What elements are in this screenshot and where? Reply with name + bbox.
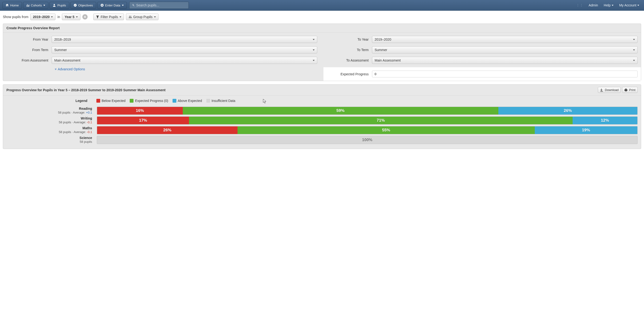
chart-subject: Maths [6, 126, 92, 130]
chart-subject: Science [6, 136, 92, 140]
search-input[interactable] [136, 3, 186, 7]
advanced-options-link[interactable]: Advanced Options [55, 67, 85, 71]
bar-segment[interactable]: 12% [572, 117, 637, 124]
to-term-label: To Term [327, 48, 372, 52]
chart-row: Maths58 pupils · Average: -0.126%55%19% [6, 126, 638, 134]
stacked-bar: 17%71%12% [97, 116, 638, 125]
stacked-bar: 100% [97, 136, 638, 144]
group-pupils-button[interactable]: Group Pupils [126, 13, 158, 20]
download-label: Download [605, 88, 618, 92]
cohorts-nav-button[interactable]: Cohorts [23, 2, 48, 9]
group-label: Group Pupils [133, 15, 152, 19]
double-chevron-down-icon [55, 67, 57, 71]
chart-row: Science58 pupils100% [6, 136, 638, 144]
bar-segment[interactable]: 100% [97, 136, 637, 144]
in-label: in [57, 15, 60, 19]
year-group-select[interactable]: Year 5 [62, 13, 80, 20]
report-title: Progress Overview for Pupils in Year 5 –… [6, 88, 166, 92]
grip-icon: ⋮⋮ [574, 3, 585, 7]
swatch-green [130, 99, 134, 103]
chevron-down-icon [313, 49, 314, 51]
search-wrapper[interactable] [129, 2, 189, 9]
home-label: Home [10, 3, 19, 7]
clear-year-button[interactable] [82, 14, 88, 19]
admin-link[interactable]: Admin [586, 1, 600, 9]
bar-segment[interactable]: 55% [238, 126, 535, 134]
chart-subject: Writing [6, 116, 92, 121]
report-panel: Progress Overview for Pupils in Year 5 –… [3, 84, 641, 149]
advanced-label: Advanced Options [58, 67, 85, 71]
swatch-blue [172, 99, 176, 103]
to-year-value: 2019–2020 [374, 37, 391, 41]
to-term-select[interactable]: Summer [372, 46, 638, 53]
legend: Legend Below Expected Expected Progress … [6, 99, 638, 103]
chart-average-value: -0.1 [87, 121, 92, 124]
bar-segment[interactable]: 26% [97, 126, 238, 134]
chart-row: Reading58 pupils · Average: +0.116%59%26… [6, 106, 638, 115]
from-year-label: From Year [6, 37, 52, 41]
account-link[interactable]: My Account [617, 1, 642, 9]
print-button[interactable]: Print [622, 87, 638, 93]
users-icon [128, 15, 132, 18]
chart-row-label: Science58 pupils [6, 136, 97, 144]
chevron-down-icon [122, 5, 124, 6]
legend-insufficient: Insufficient Data [206, 99, 235, 103]
from-year-select[interactable]: 2018–2019 [52, 36, 317, 43]
legend-title: Legend [6, 99, 92, 103]
to-assessment-value: Main Assessment [374, 58, 401, 62]
home-nav-button[interactable]: Home [2, 2, 22, 9]
legend-expected: Expected Progress (0) [130, 99, 168, 103]
expected-progress-label: Expected Progress [327, 72, 372, 76]
chart-row-label: Maths58 pupils · Average: -0.1 [6, 126, 97, 134]
show-from-label: Show pupils from [3, 15, 28, 19]
stacked-bar: 16%59%26% [97, 107, 638, 115]
help-link[interactable]: Help [602, 1, 616, 9]
chart-subtext: 58 pupils · Average: +0.1 [6, 111, 92, 115]
chart-row: Writing58 pupils · Average: -0.117%71%12… [6, 116, 638, 125]
filter-label: Filter Pupils [101, 15, 118, 19]
bar-segment[interactable]: 19% [535, 126, 637, 134]
bar-segment[interactable]: 59% [183, 107, 498, 115]
chevron-down-icon [633, 39, 635, 40]
home-icon [6, 3, 9, 7]
legend-above-label: Above Expected [178, 99, 202, 103]
cohorts-label: Cohorts [31, 3, 42, 7]
from-assessment-select[interactable]: Main Assessment [52, 57, 317, 64]
bar-segment[interactable]: 16% [97, 107, 183, 115]
chevron-down-icon [612, 5, 614, 6]
chart-average-value: +0.1 [86, 111, 92, 114]
year-range-select[interactable]: 2019–2020 [30, 13, 56, 20]
expected-progress-highlight: Expected Progress [324, 67, 641, 81]
bar-segment[interactable]: 17% [97, 117, 189, 124]
chart-average-value: -0.1 [87, 130, 92, 134]
chart-subtext: 58 pupils · Average: -0.1 [6, 130, 92, 134]
from-term-select[interactable]: Summer [52, 46, 317, 53]
expected-progress-input[interactable] [372, 71, 638, 77]
from-term-label: From Term [6, 48, 52, 52]
stacked-bar: 26%55%19% [97, 126, 638, 134]
chevron-down-icon [43, 5, 45, 6]
filter-pupils-button[interactable]: Filter Pupils [93, 13, 124, 20]
chevron-down-icon [76, 16, 78, 17]
to-year-select[interactable]: 2019–2020 [372, 36, 638, 43]
chevron-down-icon [633, 49, 635, 51]
bar-segment[interactable]: 71% [189, 117, 572, 124]
download-button[interactable]: Download [598, 87, 621, 93]
create-report-panel: Create Progress Overview Report From Yea… [3, 23, 641, 81]
objectives-nav-button[interactable]: Objectives [70, 2, 96, 9]
pupils-nav-button[interactable]: Pupils [50, 2, 69, 9]
legend-above: Above Expected [172, 99, 202, 103]
year-group-value: Year 5 [64, 15, 74, 19]
to-assessment-select[interactable]: Main Assessment [372, 57, 638, 64]
chart-subject: Reading [6, 106, 92, 111]
legend-expected-label: Expected Progress (0) [135, 99, 168, 103]
chart-icon [26, 3, 30, 7]
bar-segment[interactable]: 26% [498, 107, 637, 115]
print-icon [624, 88, 628, 92]
legend-insufficient-label: Insufficient Data [212, 99, 235, 103]
nav-right: ⋮⋮ Admin Help My Account [574, 1, 642, 9]
from-term-value: Summer [54, 48, 67, 52]
enter-data-nav-button[interactable]: Enter Data [97, 2, 127, 9]
account-label: My Account [619, 3, 636, 7]
chart-area: Reading58 pupils · Average: +0.116%59%26… [6, 106, 638, 144]
